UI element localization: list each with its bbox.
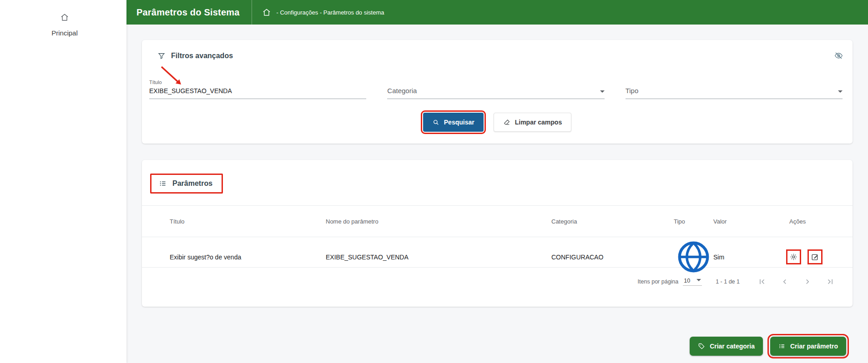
filter-icon [157,52,166,60]
settings-action-icon[interactable] [789,253,798,261]
eye-off-icon[interactable] [834,51,843,60]
pagination: Itens por página 10 1 - 1 de 1 [142,268,853,296]
cell-tipo [674,237,713,277]
parameters-card: Parâmetros Título Nome do parâmetro Cate… [142,160,853,307]
column-header-valor: Valor [713,218,789,225]
column-header-nome: Nome do parâmetro [326,218,551,225]
items-per-page-select[interactable]: 10 [683,278,702,286]
last-page-icon[interactable] [826,278,834,286]
annotation-box: Parâmetros [150,174,223,194]
items-per-page-label: Itens por página [638,278,679,285]
filter-actions: Pesquisar Limpar campos [142,113,853,132]
next-page-icon[interactable] [803,278,812,286]
clear-button-label: Limpar campos [515,119,562,126]
annotation-arrow [160,65,184,88]
filters-card-header: Filtros avançados [142,40,853,66]
header-divider [252,0,252,25]
caret-down-icon [600,90,605,93]
filter-fields: Título EXIBE_SUGESTAO_VENDA Categoria Ti… [142,66,853,99]
tag-icon [698,343,705,350]
filters-card: Filtros avançados Título EXIBE_SUGESTAO_… [142,40,853,144]
tipo-select-label: Tipo [626,87,639,94]
main-area: Parâmetros do Sistema - Configurações - … [126,0,868,363]
sidebar-item-label: Principal [51,29,78,38]
items-per-page-value: 10 [684,278,690,284]
breadcrumb: - Configurações - Parâmetros do sistema [277,9,384,16]
create-parameter-label: Criar parâmetro [790,343,838,350]
pagination-range: 1 - 1 de 1 [716,278,740,285]
first-page-icon[interactable] [758,278,766,286]
previous-page-icon[interactable] [781,278,789,286]
table-header-row: Título Nome do parâmetro Categoria Tipo … [142,206,853,237]
sidebar-item-principal[interactable]: Principal [0,13,126,363]
cell-nome: EXIBE_SUGESTAO_VENDA [326,254,551,261]
column-header-categoria: Categoria [551,218,674,225]
search-icon [432,119,439,126]
eraser-icon [503,119,510,126]
edit-action-icon[interactable] [811,253,819,261]
cell-categoria: CONFIGURACAO [551,254,674,261]
home-icon [60,13,69,22]
column-header-titulo: Título [170,218,326,225]
search-button-label: Pesquisar [444,119,474,126]
search-button[interactable]: Pesquisar [423,113,484,132]
table-row: Exibir sugest?o de venda EXIBE_SUGESTAO_… [142,237,853,267]
parameters-card-header: Parâmetros [142,160,853,205]
categoria-select-label: Categoria [387,87,417,94]
sidebar: Principal Cadastros Inteligência de Negó… [0,0,126,363]
create-parameter-button[interactable]: Criar parâmetro [770,337,846,356]
page-title: Parâmetros do Sistema [136,7,240,18]
footer-actions: Criar categoria Criar parâmetro [142,337,853,363]
tipo-select[interactable]: Tipo [626,80,843,99]
cell-titulo: Exibir sugest?o de venda [170,254,326,261]
caret-down-icon [696,279,701,281]
cell-acoes [789,253,842,261]
list-icon [159,179,167,188]
parameters-title: Parâmetros [172,179,212,188]
content: Filtros avançados Título EXIBE_SUGESTAO_… [126,25,868,363]
column-header-tipo: Tipo [674,218,713,225]
cell-valor: Sim [713,254,789,261]
caret-down-icon [838,90,843,93]
filters-title: Filtros avançados [171,52,233,60]
create-category-label: Criar categoria [710,343,755,350]
globe-icon [674,237,713,277]
list-icon [778,343,786,350]
categoria-select[interactable]: Categoria [387,80,604,99]
breadcrumb-home-icon[interactable] [262,8,271,17]
column-header-acoes: Ações [789,218,842,225]
create-category-button[interactable]: Criar categoria [690,337,763,356]
titulo-field-value: EXIBE_SUGESTAO_VENDA [149,87,366,99]
topbar: Parâmetros do Sistema - Configurações - … [126,0,868,25]
clear-button[interactable]: Limpar campos [494,113,571,132]
